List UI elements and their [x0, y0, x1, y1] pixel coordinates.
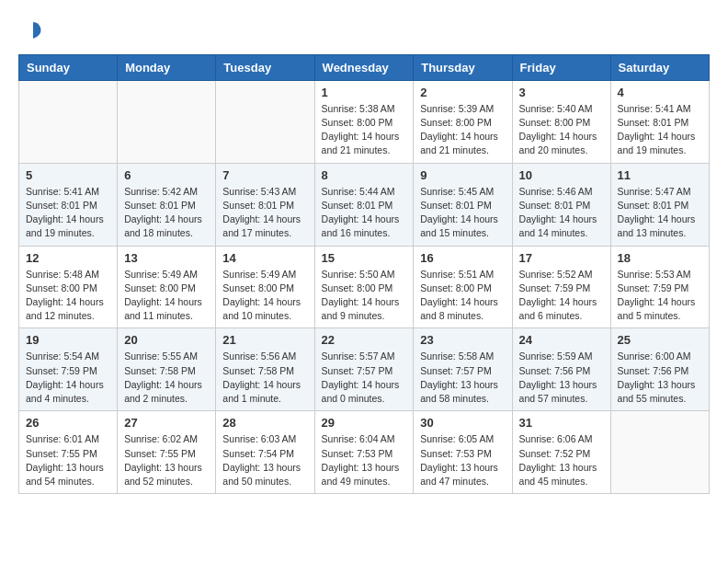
calendar-header-row: SundayMondayTuesdayWednesdayThursdayFrid…	[19, 54, 710, 80]
calendar-week-row: 5Sunrise: 5:41 AM Sunset: 8:01 PM Daylig…	[19, 163, 710, 246]
day-number: 16	[420, 251, 505, 265]
day-number: 28	[222, 416, 307, 430]
day-number: 24	[519, 333, 604, 347]
day-number: 18	[618, 251, 702, 265]
day-info: Sunrise: 6:05 AM Sunset: 7:53 PM Dayligh…	[420, 432, 505, 488]
day-info: Sunrise: 6:00 AM Sunset: 7:56 PM Dayligh…	[618, 350, 702, 406]
day-number: 4	[618, 86, 702, 99]
day-info: Sunrise: 5:53 AM Sunset: 7:59 PM Dayligh…	[618, 268, 702, 324]
logo	[18, 18, 42, 45]
calendar-day-13: 13Sunrise: 5:49 AM Sunset: 8:00 PM Dayli…	[118, 246, 216, 328]
calendar-day-17: 17Sunrise: 5:52 AM Sunset: 7:59 PM Dayli…	[512, 246, 610, 328]
calendar-empty-cell	[610, 411, 709, 494]
day-info: Sunrise: 5:51 AM Sunset: 8:00 PM Dayligh…	[420, 268, 505, 324]
calendar-day-30: 30Sunrise: 6:05 AM Sunset: 7:53 PM Dayli…	[414, 411, 512, 494]
day-number: 12	[26, 251, 110, 265]
calendar-empty-cell	[216, 80, 314, 163]
day-number: 20	[124, 333, 209, 347]
day-info: Sunrise: 5:54 AM Sunset: 7:59 PM Dayligh…	[26, 350, 110, 406]
day-number: 11	[618, 168, 702, 182]
day-info: Sunrise: 5:41 AM Sunset: 8:01 PM Dayligh…	[618, 102, 702, 158]
calendar-week-row: 1Sunrise: 5:38 AM Sunset: 8:00 PM Daylig…	[19, 80, 710, 163]
day-info: Sunrise: 6:06 AM Sunset: 7:52 PM Dayligh…	[519, 432, 604, 488]
calendar-day-9: 9Sunrise: 5:45 AM Sunset: 8:01 PM Daylig…	[414, 163, 512, 246]
day-number: 3	[519, 86, 604, 99]
day-info: Sunrise: 6:02 AM Sunset: 7:55 PM Dayligh…	[124, 432, 209, 488]
day-info: Sunrise: 5:39 AM Sunset: 8:00 PM Dayligh…	[420, 102, 505, 158]
day-number: 13	[124, 251, 209, 265]
calendar-empty-cell	[19, 80, 118, 163]
calendar-day-23: 23Sunrise: 5:58 AM Sunset: 7:57 PM Dayli…	[414, 328, 512, 411]
calendar-day-27: 27Sunrise: 6:02 AM Sunset: 7:55 PM Dayli…	[118, 411, 216, 494]
calendar-day-8: 8Sunrise: 5:44 AM Sunset: 8:01 PM Daylig…	[314, 163, 414, 246]
calendar-day-16: 16Sunrise: 5:51 AM Sunset: 8:00 PM Dayli…	[414, 246, 512, 328]
calendar-day-15: 15Sunrise: 5:50 AM Sunset: 8:00 PM Dayli…	[314, 246, 414, 328]
calendar-day-31: 31Sunrise: 6:06 AM Sunset: 7:52 PM Dayli…	[512, 411, 610, 494]
day-info: Sunrise: 6:04 AM Sunset: 7:53 PM Dayligh…	[322, 432, 407, 488]
calendar-day-14: 14Sunrise: 5:49 AM Sunset: 8:00 PM Dayli…	[216, 246, 314, 328]
calendar-day-6: 6Sunrise: 5:42 AM Sunset: 8:01 PM Daylig…	[118, 163, 216, 246]
day-number: 21	[222, 333, 307, 347]
calendar-week-row: 19Sunrise: 5:54 AM Sunset: 7:59 PM Dayli…	[19, 328, 710, 411]
calendar-table: SundayMondayTuesdayWednesdayThursdayFrid…	[18, 54, 710, 494]
day-info: Sunrise: 6:03 AM Sunset: 7:54 PM Dayligh…	[222, 432, 307, 488]
day-number: 14	[222, 251, 307, 265]
day-number: 27	[124, 416, 209, 430]
weekday-header-friday: Friday	[512, 54, 610, 80]
calendar-empty-cell	[118, 80, 216, 163]
day-info: Sunrise: 5:46 AM Sunset: 8:01 PM Dayligh…	[519, 185, 604, 241]
page-header	[18, 18, 710, 45]
logo-icon	[20, 18, 42, 40]
day-number: 1	[322, 86, 407, 99]
weekday-header-wednesday: Wednesday	[314, 54, 414, 80]
day-info: Sunrise: 5:43 AM Sunset: 8:01 PM Dayligh…	[222, 185, 307, 241]
day-number: 29	[322, 416, 407, 430]
weekday-header-saturday: Saturday	[610, 54, 709, 80]
calendar-day-12: 12Sunrise: 5:48 AM Sunset: 8:00 PM Dayli…	[19, 246, 118, 328]
day-info: Sunrise: 5:58 AM Sunset: 7:57 PM Dayligh…	[420, 350, 505, 406]
calendar-day-21: 21Sunrise: 5:56 AM Sunset: 7:58 PM Dayli…	[216, 328, 314, 411]
day-number: 10	[519, 168, 604, 182]
day-info: Sunrise: 5:57 AM Sunset: 7:57 PM Dayligh…	[322, 350, 407, 406]
day-info: Sunrise: 5:59 AM Sunset: 7:56 PM Dayligh…	[519, 350, 604, 406]
calendar-day-19: 19Sunrise: 5:54 AM Sunset: 7:59 PM Dayli…	[19, 328, 118, 411]
day-number: 2	[420, 86, 505, 99]
day-info: Sunrise: 5:44 AM Sunset: 8:01 PM Dayligh…	[322, 185, 407, 241]
day-info: Sunrise: 5:55 AM Sunset: 7:58 PM Dayligh…	[124, 350, 209, 406]
calendar-day-1: 1Sunrise: 5:38 AM Sunset: 8:00 PM Daylig…	[314, 80, 414, 163]
day-number: 30	[420, 416, 505, 430]
day-info: Sunrise: 5:38 AM Sunset: 8:00 PM Dayligh…	[322, 102, 407, 158]
calendar-day-10: 10Sunrise: 5:46 AM Sunset: 8:01 PM Dayli…	[512, 163, 610, 246]
calendar-day-22: 22Sunrise: 5:57 AM Sunset: 7:57 PM Dayli…	[314, 328, 414, 411]
calendar-day-26: 26Sunrise: 6:01 AM Sunset: 7:55 PM Dayli…	[19, 411, 118, 494]
day-info: Sunrise: 5:56 AM Sunset: 7:58 PM Dayligh…	[222, 350, 307, 406]
day-info: Sunrise: 5:45 AM Sunset: 8:01 PM Dayligh…	[420, 185, 505, 241]
day-number: 22	[322, 333, 407, 347]
day-info: Sunrise: 5:48 AM Sunset: 8:00 PM Dayligh…	[26, 268, 110, 324]
calendar-day-18: 18Sunrise: 5:53 AM Sunset: 7:59 PM Dayli…	[610, 246, 709, 328]
day-info: Sunrise: 5:42 AM Sunset: 8:01 PM Dayligh…	[124, 185, 209, 241]
calendar-day-11: 11Sunrise: 5:47 AM Sunset: 8:01 PM Dayli…	[610, 163, 709, 246]
calendar-day-7: 7Sunrise: 5:43 AM Sunset: 8:01 PM Daylig…	[216, 163, 314, 246]
calendar-day-25: 25Sunrise: 6:00 AM Sunset: 7:56 PM Dayli…	[610, 328, 709, 411]
day-number: 9	[420, 168, 505, 182]
weekday-header-sunday: Sunday	[19, 54, 118, 80]
day-info: Sunrise: 5:49 AM Sunset: 8:00 PM Dayligh…	[222, 268, 307, 324]
day-number: 26	[26, 416, 110, 430]
weekday-header-monday: Monday	[118, 54, 216, 80]
day-info: Sunrise: 5:52 AM Sunset: 7:59 PM Dayligh…	[519, 268, 604, 324]
calendar-day-5: 5Sunrise: 5:41 AM Sunset: 8:01 PM Daylig…	[19, 163, 118, 246]
day-info: Sunrise: 5:40 AM Sunset: 8:00 PM Dayligh…	[519, 102, 604, 158]
day-number: 17	[519, 251, 604, 265]
day-number: 31	[519, 416, 604, 430]
calendar-day-2: 2Sunrise: 5:39 AM Sunset: 8:00 PM Daylig…	[414, 80, 512, 163]
day-number: 5	[26, 168, 110, 182]
day-info: Sunrise: 5:49 AM Sunset: 8:00 PM Dayligh…	[124, 268, 209, 324]
weekday-header-thursday: Thursday	[414, 54, 512, 80]
calendar-day-29: 29Sunrise: 6:04 AM Sunset: 7:53 PM Dayli…	[314, 411, 414, 494]
day-info: Sunrise: 5:41 AM Sunset: 8:01 PM Dayligh…	[26, 185, 110, 241]
calendar-day-20: 20Sunrise: 5:55 AM Sunset: 7:58 PM Dayli…	[118, 328, 216, 411]
calendar-day-4: 4Sunrise: 5:41 AM Sunset: 8:01 PM Daylig…	[610, 80, 709, 163]
day-number: 25	[618, 333, 702, 347]
calendar-week-row: 12Sunrise: 5:48 AM Sunset: 8:00 PM Dayli…	[19, 246, 710, 328]
